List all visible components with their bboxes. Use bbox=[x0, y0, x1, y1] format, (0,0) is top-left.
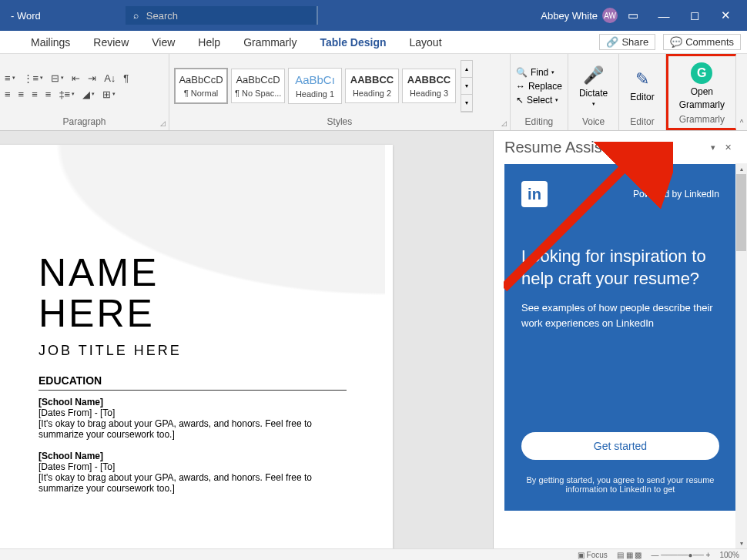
bullets-button[interactable]: ≡▾ bbox=[5, 72, 15, 84]
justify-button[interactable]: ≡ bbox=[45, 89, 52, 100]
tab-grammarly[interactable]: Grammarly bbox=[243, 36, 296, 49]
style-heading-3[interactable]: AABBCCHeading 3 bbox=[402, 69, 456, 103]
linkedin-box: in Powered by LinkedIn Looking for inspi… bbox=[504, 164, 736, 511]
search-box[interactable]: ⌕ Search bbox=[126, 6, 318, 25]
pane-subtext: See examples of how people describe thei… bbox=[521, 300, 719, 330]
scroll-down-icon[interactable]: ▾ bbox=[735, 538, 747, 548]
editor-label: Editor bbox=[624, 115, 660, 129]
pane-options-button[interactable]: ▾ bbox=[706, 143, 720, 153]
select-icon: ↖ bbox=[516, 95, 524, 106]
ribbon-tabs: Mailings Review View Help Grammarly Tabl… bbox=[0, 31, 747, 54]
doc-education-entry[interactable]: [School Name] [Dates From] - [To] [It's … bbox=[39, 451, 347, 494]
group-voice: 🎤 Dictate ▾ Voice bbox=[568, 54, 619, 130]
mic-icon: 🎤 bbox=[583, 65, 604, 86]
editor-button[interactable]: ✎ Editor bbox=[624, 68, 660, 104]
styles-up-button[interactable]: ▴ bbox=[461, 61, 472, 78]
scroll-up-icon[interactable]: ▴ bbox=[735, 163, 747, 174]
pane-disclaimer: By getting started, you agree to send yo… bbox=[521, 475, 719, 494]
doc-name-line1[interactable]: NAME bbox=[39, 253, 354, 293]
tab-view[interactable]: View bbox=[152, 36, 175, 49]
numbering-button[interactable]: ⋮≡▾ bbox=[23, 72, 44, 84]
avatar: AW bbox=[602, 8, 618, 23]
tab-mailings[interactable]: Mailings bbox=[31, 36, 70, 49]
resume-assistant-pane: Resume Assistant ▾ ✕ in Powered by Linke… bbox=[493, 131, 747, 548]
scroll-thumb[interactable] bbox=[736, 174, 746, 251]
tab-help[interactable]: Help bbox=[198, 36, 220, 49]
dictate-button[interactable]: 🎤 Dictate ▾ bbox=[573, 64, 614, 109]
style-normal[interactable]: AaBbCcD¶ Normal bbox=[174, 68, 228, 104]
open-grammarly-button[interactable]: G Open Grammarly bbox=[673, 61, 731, 112]
share-icon: 🔗 bbox=[606, 36, 618, 48]
comment-icon: 💬 bbox=[670, 36, 682, 48]
borders-button[interactable]: ⊞▾ bbox=[102, 89, 116, 100]
editing-label: Editing bbox=[515, 115, 563, 129]
close-button[interactable]: ✕ bbox=[710, 8, 741, 22]
tab-table-design[interactable]: Table Design bbox=[320, 36, 386, 49]
increase-indent-button[interactable]: ⇥ bbox=[88, 72, 96, 84]
focus-mode-button[interactable]: ▣ Focus bbox=[578, 551, 608, 559]
align-left-button[interactable]: ≡ bbox=[5, 89, 11, 100]
group-editing: 🔍Find ▾ ↔Replace ↖Select ▾ Editing bbox=[511, 54, 568, 130]
doc-jobtitle[interactable]: JOB TITLE HERE bbox=[39, 343, 354, 359]
style-heading-2[interactable]: AABBCCHeading 2 bbox=[345, 69, 399, 103]
style-heading-1[interactable]: AaBbCıHeading 1 bbox=[288, 68, 342, 104]
user-name: Abbey White bbox=[541, 10, 598, 22]
paragraph-label: Paragraph bbox=[62, 116, 106, 127]
page: NAME HERE JOB TITLE HERE EDUCATION [Scho… bbox=[0, 145, 393, 548]
pane-heading: Looking for inspiration to help craft yo… bbox=[521, 246, 719, 290]
paragraph-expand-icon[interactable]: ◿ bbox=[160, 119, 166, 127]
tab-layout[interactable]: Layout bbox=[409, 36, 441, 49]
editor-icon: ✎ bbox=[635, 69, 649, 89]
powered-by-label: Powered by LinkedIn bbox=[633, 189, 719, 200]
doc-name-line2[interactable]: HERE bbox=[39, 293, 354, 334]
zoom-level[interactable]: 100% bbox=[719, 551, 739, 559]
doc-education-heading[interactable]: EDUCATION bbox=[39, 374, 347, 391]
maximize-button[interactable]: ◻ bbox=[679, 8, 710, 22]
replace-button[interactable]: ↔Replace bbox=[515, 80, 563, 92]
pane-title: Resume Assistant bbox=[504, 139, 706, 156]
replace-icon: ↔ bbox=[516, 81, 525, 92]
collapse-ribbon-button[interactable]: ^ bbox=[736, 54, 747, 130]
comments-button[interactable]: 💬Comments bbox=[663, 34, 741, 50]
line-spacing-button[interactable]: ‡≡▾ bbox=[59, 89, 75, 100]
ribbon: ≡▾ ⋮≡▾ ⊟▾ ⇤ ⇥ A↓ ¶ ≡ ≡ ≡ ≡ ‡≡▾ ◢▾ ⊞▾ bbox=[0, 54, 747, 131]
styles-expand-button[interactable]: ▾ bbox=[461, 95, 472, 112]
get-started-button[interactable]: Get started bbox=[521, 432, 719, 460]
decrease-indent-button[interactable]: ⇤ bbox=[72, 72, 80, 84]
status-bar: ▣ Focus ▤ ▦ ▩ — ─────●── + 100% bbox=[0, 548, 747, 560]
document-area[interactable]: NAME HERE JOB TITLE HERE EDUCATION [Scho… bbox=[0, 131, 493, 548]
align-right-button[interactable]: ≡ bbox=[32, 89, 38, 100]
select-button[interactable]: ↖Select ▾ bbox=[515, 94, 563, 106]
multilevel-button[interactable]: ⊟▾ bbox=[51, 72, 64, 84]
find-button[interactable]: 🔍Find ▾ bbox=[515, 66, 563, 79]
tab-review[interactable]: Review bbox=[93, 36, 129, 49]
styles-down-button[interactable]: ▾ bbox=[461, 78, 472, 95]
pane-close-button[interactable]: ✕ bbox=[720, 143, 736, 153]
ribbon-display-button[interactable]: ▭ bbox=[618, 8, 648, 22]
group-grammarly: G Open Grammarly Grammarly bbox=[666, 54, 736, 130]
group-editor: ✎ Editor Editor bbox=[619, 54, 665, 130]
style-no-spacing[interactable]: AaBbCcD¶ No Spac... bbox=[231, 69, 285, 103]
search-placeholder: Search bbox=[146, 10, 178, 22]
grammarly-group-label: Grammarly bbox=[673, 112, 731, 126]
app-title: - Word bbox=[11, 10, 41, 22]
find-icon: 🔍 bbox=[516, 67, 528, 78]
view-buttons[interactable]: ▤ ▦ ▩ bbox=[617, 551, 642, 559]
shading-button[interactable]: ◢▾ bbox=[82, 89, 95, 100]
title-bar: - Word ⌕ Search Abbey White AW ▭ — ◻ ✕ bbox=[0, 0, 747, 31]
voice-label: Voice bbox=[573, 115, 614, 129]
pane-scrollbar[interactable]: ▴ ▾ bbox=[735, 163, 747, 548]
styles-label: Styles bbox=[327, 116, 353, 127]
styles-expand-icon[interactable]: ◿ bbox=[501, 119, 507, 127]
sort-button[interactable]: A↓ bbox=[104, 72, 116, 84]
user-account[interactable]: Abbey White AW bbox=[541, 8, 618, 23]
align-center-button[interactable]: ≡ bbox=[18, 89, 25, 100]
group-paragraph: ≡▾ ⋮≡▾ ⊟▾ ⇤ ⇥ A↓ ¶ ≡ ≡ ≡ ≡ ‡≡▾ ◢▾ ⊞▾ bbox=[0, 54, 169, 130]
share-button[interactable]: 🔗Share bbox=[599, 34, 655, 50]
minimize-button[interactable]: — bbox=[648, 9, 679, 22]
styles-nav: ▴ ▾ ▾ bbox=[461, 60, 473, 112]
show-marks-button[interactable]: ¶ bbox=[123, 72, 129, 84]
doc-education-entry[interactable]: [School Name] [Dates From] - [To] [It's … bbox=[39, 397, 347, 440]
zoom-slider[interactable]: — ─────●── + bbox=[651, 551, 710, 559]
linkedin-icon: in bbox=[521, 181, 548, 207]
